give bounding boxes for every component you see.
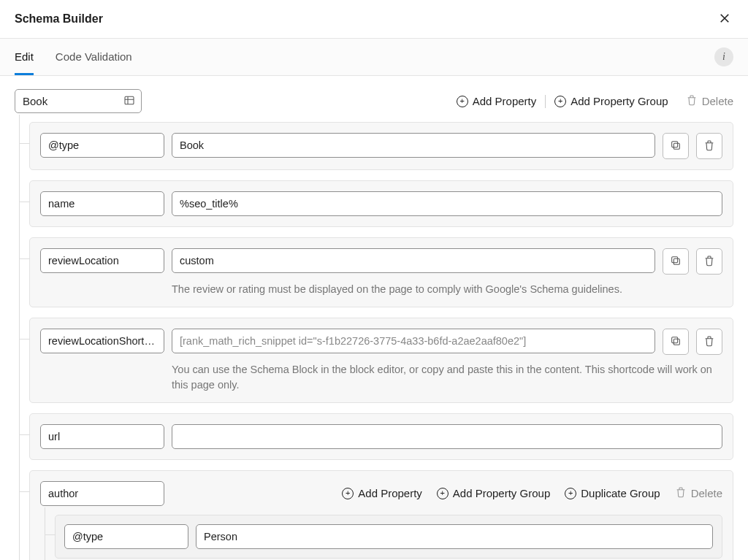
svg-rect-0 <box>125 96 134 104</box>
trash-icon <box>703 255 715 269</box>
property-key-input[interactable]: name <box>40 191 164 216</box>
group-key-input[interactable]: author <box>40 481 164 506</box>
trash-icon <box>675 486 687 500</box>
property-review-location: reviewLocation custom The review or rati… <box>29 237 733 307</box>
group-actions: + Add Property + Add Property Group + Du… <box>342 486 722 500</box>
group-subtree: @type Person name %name% <box>40 515 722 560</box>
property-author-type: @type Person <box>55 515 722 559</box>
property-type: @type Book <box>29 122 733 170</box>
property-key-input[interactable]: reviewLocationShortcode <box>40 329 164 353</box>
schema-type-select[interactable]: Book <box>15 89 142 113</box>
plus-icon: + <box>342 488 354 499</box>
copy-icon <box>670 255 682 269</box>
modal-title: Schema Builder <box>15 12 103 26</box>
root-row: Book + Add Property + Add Prope <box>15 89 733 113</box>
delete-group-button[interactable]: Delete <box>675 486 722 500</box>
group-header: author + Add Property + Add Property Gro… <box>40 481 722 506</box>
add-property-group-label: Add Property Group <box>570 95 668 107</box>
close-button[interactable] <box>716 10 733 28</box>
svg-rect-7 <box>673 339 679 345</box>
select-icon <box>123 94 135 108</box>
schema-builder-modal: Schema Builder Edit Code Validation i Bo… <box>0 0 748 560</box>
plus-icon: + <box>565 488 576 499</box>
property-value-input[interactable]: Person <box>196 524 713 549</box>
svg-rect-5 <box>673 258 679 264</box>
add-property-group-label: Add Property Group <box>453 487 550 499</box>
add-property-label: Add Property <box>358 487 422 499</box>
plus-icon: + <box>554 96 566 107</box>
property-value-input[interactable]: Book <box>172 133 655 158</box>
delete-property-button[interactable] <box>696 329 722 355</box>
modal-header: Schema Builder <box>0 0 748 39</box>
schema-type-value: Book <box>23 95 47 107</box>
copy-icon <box>670 139 682 153</box>
property-key-input[interactable]: @type <box>40 133 164 158</box>
trash-icon <box>703 139 715 153</box>
plus-icon: + <box>457 96 468 107</box>
root-actions: + Add Property + Add Property Group Dele… <box>457 94 733 108</box>
svg-rect-8 <box>672 337 678 342</box>
add-property-label: Add Property <box>473 95 537 107</box>
trash-icon <box>686 94 698 108</box>
property-group-author: author + Add Property + Add Property Gro… <box>29 470 733 560</box>
tab-edit[interactable]: Edit <box>15 39 34 75</box>
property-key-input[interactable]: url <box>40 424 164 449</box>
copy-button[interactable] <box>663 248 689 275</box>
tab-code-validation[interactable]: Code Validation <box>56 39 132 75</box>
svg-rect-6 <box>672 256 678 262</box>
delete-property-button[interactable] <box>696 248 722 275</box>
help-text: The review or rating must be displayed o… <box>172 282 722 296</box>
plus-icon: + <box>437 488 449 499</box>
tabbar: Edit Code Validation i <box>0 39 748 76</box>
property-value-input[interactable]: [rank_math_rich_snippet id="s-f1b22726-3… <box>172 329 655 353</box>
copy-button[interactable] <box>663 133 689 159</box>
add-property-button[interactable]: + Add Property <box>457 95 537 107</box>
property-key-input[interactable]: reviewLocation <box>40 248 164 273</box>
duplicate-group-button[interactable]: + Duplicate Group <box>565 487 660 499</box>
property-url: url <box>29 413 733 460</box>
copy-button[interactable] <box>663 329 689 355</box>
property-name: name %seo_title% <box>29 180 733 227</box>
property-value-input[interactable] <box>172 424 722 449</box>
help-text: You can use the Schema Block in the bloc… <box>172 362 722 392</box>
info-button[interactable]: i <box>714 47 733 66</box>
property-review-location-shortcode: reviewLocationShortcode [rank_math_rich_… <box>29 318 733 403</box>
content: Book + Add Property + Add Prope <box>0 76 748 560</box>
info-icon: i <box>722 51 725 63</box>
add-property-button[interactable]: + Add Property <box>342 487 422 499</box>
svg-rect-3 <box>673 143 679 149</box>
tabs: Edit Code Validation <box>15 39 132 75</box>
close-icon <box>718 12 731 27</box>
duplicate-group-label: Duplicate Group <box>581 487 660 499</box>
delete-property-button[interactable] <box>696 133 722 159</box>
svg-rect-4 <box>672 141 678 147</box>
delete-label: Delete <box>702 95 733 107</box>
add-property-group-button[interactable]: + Add Property Group <box>554 95 668 107</box>
property-value-input[interactable]: %seo_title% <box>172 191 722 216</box>
add-property-group-button[interactable]: + Add Property Group <box>437 487 550 499</box>
property-value-input[interactable]: custom <box>172 248 655 273</box>
trash-icon <box>703 335 715 349</box>
property-key-input[interactable]: @type <box>64 524 188 549</box>
delete-label: Delete <box>691 487 722 499</box>
delete-button[interactable]: Delete <box>686 94 733 108</box>
copy-icon <box>670 335 682 349</box>
divider <box>545 95 546 108</box>
property-tree: @type Book nam <box>15 122 733 560</box>
